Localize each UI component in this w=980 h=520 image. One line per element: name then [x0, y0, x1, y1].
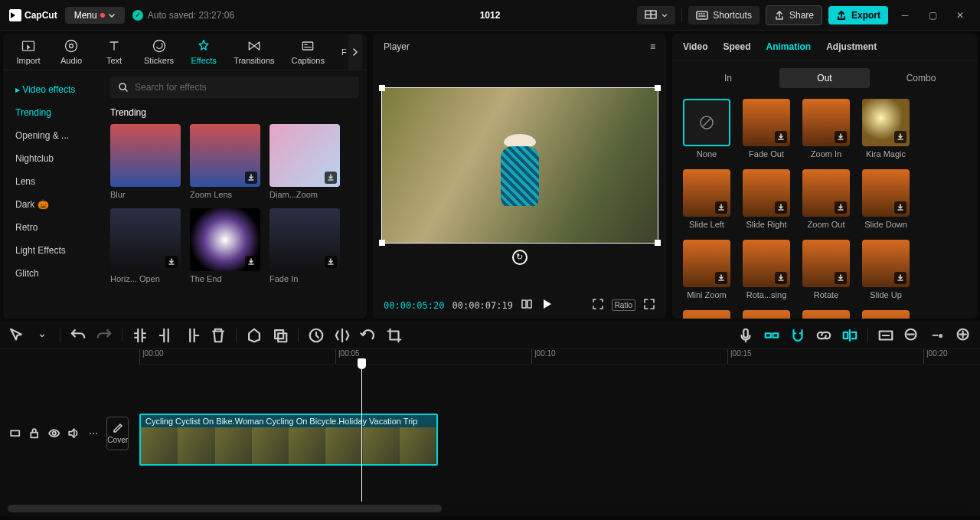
anim-flip[interactable]: Flip	[743, 310, 790, 319]
zoom-in-button[interactable]	[956, 327, 972, 344]
timeline-tracks[interactable]: ⋯ Cover Cycling Cyclist On Bike.Woman Cy…	[0, 365, 980, 502]
tab-audio[interactable]: Audio	[54, 38, 89, 65]
mic-button[interactable]	[737, 327, 754, 344]
play-button[interactable]	[541, 298, 553, 312]
anim-mini-zoom[interactable]: Mini Zoom	[683, 240, 730, 299]
download-icon[interactable]	[894, 272, 906, 284]
marker-button[interactable]	[246, 327, 263, 344]
anim-slide-left[interactable]: Slide Left	[683, 169, 730, 229]
download-icon[interactable]	[835, 201, 847, 214]
zoom-slider[interactable]: ━●	[929, 327, 946, 344]
download-icon[interactable]	[894, 201, 906, 214]
resize-handle[interactable]	[655, 85, 661, 91]
tab-combo[interactable]: Combo	[876, 68, 966, 88]
export-button[interactable]: Export	[828, 6, 888, 25]
anim-zoom-out[interactable]: Zoom Out	[802, 169, 850, 229]
subcat-dark[interactable]: Dark 🎃	[3, 193, 103, 216]
compare-button[interactable]	[521, 298, 533, 312]
tab-import[interactable]: Import	[11, 38, 46, 65]
magnet-button[interactable]	[789, 327, 806, 344]
tab-transitions[interactable]: Transitions	[229, 38, 279, 65]
split-button[interactable]	[132, 327, 149, 344]
close-button[interactable]: ✕	[949, 7, 971, 24]
download-icon[interactable]	[245, 172, 257, 184]
redo-button[interactable]	[96, 327, 113, 344]
subcat-lens[interactable]: Lens	[3, 170, 103, 193]
reframe-button[interactable]	[592, 298, 604, 312]
download-icon[interactable]	[835, 131, 847, 143]
pointer-dropdown[interactable]	[34, 327, 51, 344]
undo-button[interactable]	[70, 327, 87, 344]
preview-button[interactable]	[841, 327, 858, 344]
player-canvas[interactable]	[381, 87, 658, 244]
timeline-ruler[interactable]: |00:00 |00:05 |00:10 |00:15 |00:20	[138, 349, 980, 365]
reverse-button[interactable]	[308, 327, 325, 344]
tab-effects[interactable]: Effects	[186, 38, 221, 65]
download-icon[interactable]	[325, 172, 337, 184]
resize-handle[interactable]	[379, 240, 385, 246]
trim-right-button[interactable]	[184, 327, 201, 344]
resize-handle[interactable]	[379, 85, 385, 91]
video-clip[interactable]: Cycling Cyclist On Bike.Woman Cycling On…	[139, 414, 438, 466]
anim-fade-out[interactable]: Fade Out	[743, 99, 790, 159]
shortcuts-button[interactable]: Shortcuts	[688, 6, 760, 25]
download-icon[interactable]	[775, 131, 787, 143]
mirror-button[interactable]	[334, 327, 351, 344]
effect-zoom-lens[interactable]: Zoom Lens	[190, 124, 260, 199]
scroll-tabs-button[interactable]	[348, 34, 362, 70]
subcat-opening[interactable]: Opening & ...	[3, 124, 103, 147]
anim-zoom-in[interactable]: Zoom In	[802, 99, 850, 159]
track-visibility-button[interactable]	[48, 425, 60, 442]
pointer-tool[interactable]	[8, 327, 24, 344]
tab-video[interactable]: Video	[683, 41, 707, 52]
tab-in[interactable]: In	[683, 68, 773, 88]
anim-rotate-out-2[interactable]: Rota...ut 2	[683, 310, 730, 319]
anim-whirl[interactable]: Whirl	[802, 310, 850, 319]
subcat-trending[interactable]: Trending	[3, 101, 103, 124]
download-icon[interactable]	[775, 201, 787, 214]
tab-out[interactable]: Out	[779, 68, 870, 88]
category-video-effects[interactable]: ▸ Video effects	[3, 78, 103, 101]
rotate-button[interactable]	[360, 327, 377, 344]
menu-button[interactable]: Menu	[65, 7, 125, 24]
playhead[interactable]	[361, 365, 362, 502]
zoom-out-button[interactable]	[903, 327, 920, 344]
effect-horiz-open[interactable]: Horiz... Open	[110, 208, 181, 283]
tab-captions[interactable]: Captions	[287, 38, 329, 65]
anim-slide-right[interactable]: Slide Right	[743, 169, 790, 229]
track-mute-button[interactable]	[67, 425, 79, 442]
player-menu-icon[interactable]: ≡	[650, 41, 655, 52]
effect-the-end[interactable]: The End	[190, 208, 260, 283]
tab-speed[interactable]: Speed	[723, 41, 750, 52]
maximize-button[interactable]: ▢	[922, 7, 943, 24]
download-icon[interactable]	[325, 256, 337, 268]
trim-left-button[interactable]	[158, 327, 175, 344]
anim-kira-magic[interactable]: Kira Magic	[862, 99, 910, 159]
download-icon[interactable]	[775, 272, 787, 284]
download-icon[interactable]	[894, 131, 906, 143]
anim-slide-up[interactable]: Slide Up	[862, 240, 910, 299]
tab-adjustment[interactable]: Adjustment	[826, 41, 877, 52]
delete-button[interactable]	[210, 327, 227, 344]
snap-button[interactable]	[763, 327, 780, 344]
share-button[interactable]: Share	[766, 5, 822, 25]
resize-handle[interactable]	[655, 240, 661, 246]
effect-fade-in[interactable]: Fade In	[270, 208, 340, 283]
timeline-scrollbar[interactable]	[8, 505, 972, 512]
anim-rotate[interactable]: Rotate	[802, 240, 850, 299]
anim-rotating-swing[interactable]: Rota...sing	[743, 240, 790, 299]
tab-text[interactable]: Text	[96, 38, 132, 65]
anim-none[interactable]: None	[683, 99, 730, 159]
subcat-retro[interactable]: Retro	[3, 216, 103, 239]
crop-button[interactable]	[386, 327, 403, 344]
layout-button[interactable]	[637, 6, 675, 25]
cover-button[interactable]: Cover	[106, 417, 129, 450]
subcat-light[interactable]: Light Effects	[3, 239, 103, 262]
download-icon[interactable]	[835, 272, 847, 284]
scrollbar-thumb[interactable]	[8, 505, 442, 512]
copy-button[interactable]	[272, 327, 289, 344]
search-input[interactable]: Search for effects	[110, 77, 359, 98]
effect-diamond-zoom[interactable]: Diam...Zoom	[270, 124, 340, 199]
download-icon[interactable]	[245, 256, 257, 268]
subcat-nightclub[interactable]: Nightclub	[3, 147, 103, 170]
